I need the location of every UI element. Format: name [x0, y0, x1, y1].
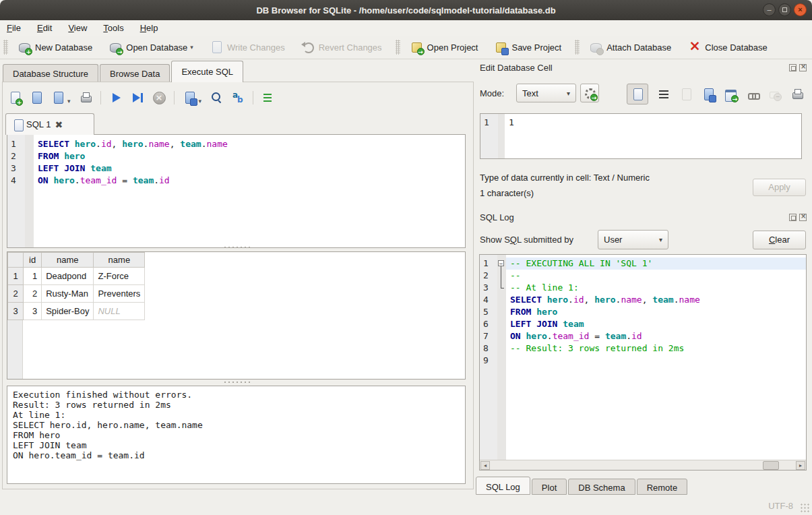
table-row[interactable]: 11DeadpondZ-Force	[8, 268, 145, 285]
cell[interactable]: 3	[24, 303, 42, 320]
fold-guide-end	[501, 282, 501, 288]
cell-editor[interactable]: 1 1	[480, 113, 802, 159]
splitter-results-message[interactable]	[7, 380, 466, 384]
badge-icon: +	[25, 48, 32, 55]
dock-tab-plot[interactable]: Plot	[532, 479, 567, 495]
open-sql-options-icon[interactable]	[51, 91, 65, 104]
new-sql-tab-icon[interactable]: +	[8, 91, 22, 104]
close-panel-icon[interactable]	[799, 64, 807, 71]
log-filter-select[interactable]: User ▾	[598, 230, 668, 249]
print-sql-icon[interactable]	[79, 91, 92, 104]
link-cell-icon[interactable]	[746, 88, 759, 101]
save-results-icon[interactable]	[183, 91, 196, 104]
execute-current-line-icon[interactable]	[131, 91, 144, 104]
float-panel-icon[interactable]	[789, 214, 797, 221]
export-data-icon[interactable]	[701, 88, 715, 101]
line-number: 9	[480, 355, 497, 367]
text-mode-icon[interactable]	[631, 88, 644, 101]
execute-all-icon[interactable]	[109, 91, 123, 104]
fold-cell	[497, 306, 506, 318]
menu-item-help[interactable]: Help	[140, 23, 158, 33]
chevron-down-icon: ▾	[567, 90, 570, 97]
save-project-button[interactable]: Save Project	[488, 37, 567, 57]
sql-log-title: SQL Log	[480, 212, 514, 222]
float-panel-icon[interactable]	[789, 64, 797, 71]
tab-execute-sql[interactable]: Execute SQL	[171, 61, 243, 82]
sql-editor[interactable]: 1SELECT hero.id, hero.name, team.name2FR…	[7, 134, 466, 248]
column-header-id[interactable]: id	[24, 253, 42, 268]
close-database-button[interactable]: Close Database	[681, 37, 774, 57]
splitter-editor-results[interactable]	[7, 245, 466, 249]
splitter-handle	[223, 381, 250, 384]
cell[interactable]: Rusty-Man	[42, 285, 94, 303]
open-database-button[interactable]: →Open Database▾	[102, 37, 199, 57]
scrollbar-thumb[interactable]	[763, 461, 779, 470]
edit-cell-title: Edit Database Cell	[480, 63, 553, 73]
cell[interactable]: Deadpond	[42, 268, 94, 285]
open-external-icon[interactable]: →	[724, 88, 737, 101]
collapse-icon[interactable]: −	[498, 260, 504, 266]
column-header-name[interactable]: name	[94, 253, 145, 268]
attach-database-button[interactable]: Attach Database	[583, 37, 677, 57]
new-database-button[interactable]: +New Database	[11, 37, 98, 57]
encoding-indicator[interactable]: UTF-8	[768, 501, 793, 511]
find-icon[interactable]	[210, 91, 223, 104]
tab-database-structure[interactable]: Database Structure	[3, 64, 98, 82]
table-row[interactable]: 33Spider-BoyNULL	[8, 303, 145, 320]
fold-cell	[497, 270, 506, 282]
close-button[interactable]: ×	[794, 3, 807, 16]
maximize-button[interactable]	[778, 3, 791, 16]
menu-item-tools[interactable]: Tools	[103, 23, 123, 33]
set-null-icon[interactable]	[768, 88, 782, 101]
replace-icon[interactable]	[231, 91, 245, 104]
results-grid[interactable]: idnamename11DeadpondZ-Force22Rusty-ManPr…	[7, 251, 466, 380]
sql-log-view[interactable]: 1−-- EXECUTING ALL IN 'SQL 1'2--3-- At l…	[479, 254, 807, 471]
cell[interactable]: 2	[24, 285, 42, 303]
dock-tab-db-schema[interactable]: DB Schema	[568, 479, 635, 495]
fold-cell	[497, 282, 506, 294]
table-row[interactable]: 22Rusty-ManPreventers	[8, 285, 145, 303]
log-horizontal-scrollbar[interactable]: ◂ ▸	[480, 460, 806, 470]
line-number: 4	[7, 175, 25, 187]
cell[interactable]: NULL	[94, 303, 145, 320]
resize-grip[interactable]	[800, 503, 809, 512]
close-panel-icon[interactable]	[799, 214, 807, 221]
menu-item-edit[interactable]: Edit	[37, 23, 52, 33]
row-header[interactable]: 1	[8, 268, 24, 285]
clear-log-button[interactable]: Clear	[753, 231, 806, 249]
scroll-right-icon[interactable]: ▸	[796, 461, 805, 470]
mode-settings-button[interactable]: →	[580, 84, 599, 102]
row-header[interactable]: 2	[8, 285, 24, 303]
mode-select[interactable]: Text ▾	[516, 84, 576, 102]
title-bar[interactable]: DB Browser for SQLite - /home/user/code/…	[0, 0, 812, 20]
line-number: 2	[7, 150, 25, 162]
word-wrap-icon[interactable]	[657, 88, 670, 101]
close-database-icon	[687, 40, 701, 54]
row-header[interactable]: 3	[8, 303, 24, 320]
dock-tab-sql-log[interactable]: SQL Log	[476, 477, 530, 495]
open-sql-file-icon[interactable]	[30, 91, 43, 104]
cell[interactable]: Spider-Boy	[42, 303, 94, 320]
stop-execution-icon[interactable]	[152, 91, 166, 104]
cell[interactable]: Preventers	[94, 285, 145, 303]
open-project-button[interactable]: →Open Project	[404, 37, 485, 57]
toolbar-divider	[100, 91, 101, 104]
dock-tab-remote[interactable]: Remote	[637, 479, 688, 495]
scroll-left-icon[interactable]: ◂	[480, 461, 490, 470]
tab-browse-data[interactable]: Browse Data	[100, 64, 170, 82]
format-sql-icon[interactable]	[261, 91, 275, 104]
menu-item-file[interactable]: File	[7, 23, 21, 33]
cell[interactable]: Z-Force	[94, 268, 145, 285]
sql-tab-label: SQL 1	[26, 119, 51, 129]
text-mode-toggle[interactable]	[627, 84, 648, 104]
apply-button[interactable]: Apply	[753, 179, 806, 196]
cell[interactable]: 1	[24, 268, 42, 285]
tab-sql-1[interactable]: SQL 1 ✖	[5, 113, 94, 135]
minimize-button[interactable]: –	[763, 3, 776, 16]
column-header-name[interactable]: name	[42, 253, 94, 268]
close-sql-tab-icon[interactable]: ✖	[55, 119, 63, 130]
menu-item-view[interactable]: View	[68, 23, 87, 33]
line-number: 8	[480, 342, 497, 355]
import-data-icon[interactable]	[679, 88, 693, 101]
print-cell-icon[interactable]	[790, 88, 804, 101]
